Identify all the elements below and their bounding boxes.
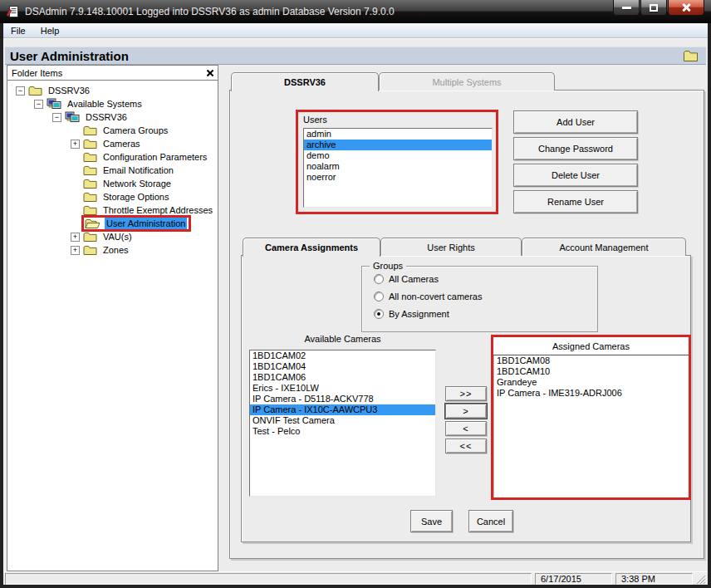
tree-item-user-administration[interactable]: User Administration bbox=[7, 217, 218, 230]
tree-item-dssrv36[interactable]: −DSSRV36 bbox=[7, 84, 218, 97]
move-left-button[interactable]: < bbox=[445, 421, 487, 436]
list-item-1bd1cam02[interactable]: 1BD1CAM02 bbox=[250, 350, 435, 361]
minimize-icon bbox=[622, 7, 631, 9]
collapse-icon[interactable]: − bbox=[34, 100, 43, 109]
tab-user-rights[interactable]: User Rights bbox=[380, 238, 522, 256]
tree-item-camera-groups[interactable]: Camera Groups bbox=[7, 124, 218, 137]
radio-option-label: All non-covert cameras bbox=[389, 292, 483, 301]
folder-panel-title: Folder Items bbox=[12, 68, 206, 78]
assigned-cameras-label: Assigned Cameras bbox=[493, 337, 689, 355]
close-button[interactable] bbox=[668, 0, 704, 16]
delete-user-button[interactable]: Delete User bbox=[513, 164, 638, 187]
collapse-icon[interactable]: − bbox=[52, 113, 61, 122]
list-item-noerror[interactable]: noerror bbox=[304, 172, 492, 183]
list-item-1bd1cam08[interactable]: 1BD1CAM08 bbox=[494, 355, 689, 366]
page-header: User Administration bbox=[5, 47, 706, 65]
title-bar: DSAdmin 7.9.148.10001 Logged into DSSRV3… bbox=[0, 0, 711, 23]
expand-icon[interactable]: + bbox=[71, 246, 80, 255]
system-tab-strip: DSSRV36Multiple Systems bbox=[231, 71, 555, 91]
list-item-onvif-test-camera[interactable]: ONVIF Test Camera bbox=[250, 415, 435, 426]
radio-option-label: By Assignment bbox=[389, 309, 449, 319]
move-all-right-button[interactable]: >> bbox=[445, 386, 487, 401]
save-button[interactable]: Save bbox=[410, 510, 453, 532]
list-item-erics-ixe10lw[interactable]: Erics - IXE10LW bbox=[250, 383, 435, 394]
folder-icon bbox=[83, 232, 97, 243]
tab-multiple-systems[interactable]: Multiple Systems bbox=[379, 72, 555, 91]
collapse-icon[interactable]: − bbox=[16, 86, 25, 96]
menu-item-file[interactable]: File bbox=[3, 25, 33, 37]
tree-item-email-notification[interactable]: Email Notification bbox=[7, 164, 218, 177]
folder-icon bbox=[83, 165, 97, 176]
tree-item-label: Throttle Exempt Addresses bbox=[101, 204, 214, 216]
tab-camera-assignments[interactable]: Camera Assignments bbox=[243, 238, 380, 257]
available-cameras-label: Available Cameras bbox=[249, 334, 436, 344]
tree-item-label: DSSRV36 bbox=[47, 85, 91, 96]
tree-item-label: Storage Options bbox=[101, 191, 171, 203]
available-cameras-listbox[interactable]: 1BD1CAM021BD1CAM041BD1CAM06Erics - IXE10… bbox=[249, 350, 436, 497]
list-item-archive[interactable]: archive bbox=[304, 140, 492, 150]
expand-icon[interactable]: + bbox=[71, 233, 80, 242]
panel-close-icon[interactable] bbox=[206, 69, 213, 76]
list-item-ip-camera-ix10c-aawcpu3[interactable]: IP Camera - IX10C-AAWCPU3 bbox=[250, 404, 435, 415]
tree-item-label: Cameras bbox=[101, 138, 142, 149]
tab-dssrv36[interactable]: DSSRV36 bbox=[231, 72, 379, 91]
users-label: Users bbox=[303, 115, 496, 125]
radio-option-all-non-covert-cameras[interactable]: All non-covert cameras bbox=[374, 291, 597, 301]
list-item-ip-camera-d5118-ackv778[interactable]: IP Camera - D5118-ACKV778 bbox=[250, 394, 435, 404]
move-right-button[interactable]: > bbox=[445, 404, 487, 419]
radio-icon bbox=[374, 309, 384, 319]
radio-option-all-cameras[interactable]: All Cameras bbox=[374, 273, 597, 284]
maximize-icon bbox=[650, 4, 658, 12]
window-title: DSAdmin 7.9.148.10001 Logged into DSSRV3… bbox=[25, 6, 395, 17]
users-group: Users adminarchivedemonoalarmnoerror bbox=[296, 110, 498, 214]
close-icon bbox=[681, 2, 691, 12]
assigned-cameras-listbox[interactable]: 1BD1CAM081BD1CAM10GrandeyeIP Camera - IM… bbox=[493, 355, 689, 497]
radio-icon bbox=[374, 274, 384, 284]
users-listbox[interactable]: adminarchivedemonoalarmnoerror bbox=[303, 128, 493, 208]
folder-icon bbox=[28, 86, 42, 96]
change-password-button[interactable]: Change Password bbox=[513, 137, 638, 160]
menu-bar: FileHelp bbox=[3, 23, 708, 38]
expand-icon[interactable]: + bbox=[71, 140, 80, 149]
list-item-noalarm[interactable]: noalarm bbox=[304, 161, 492, 172]
window-controls bbox=[612, 0, 704, 16]
list-item-1bd1cam10[interactable]: 1BD1CAM10 bbox=[494, 366, 689, 377]
folder-panel-header: Folder Items bbox=[7, 66, 218, 81]
tree-item-vau-s[interactable]: +VAU(s) bbox=[7, 230, 218, 243]
groups-label: Groups bbox=[370, 261, 406, 271]
tab-account-management[interactable]: Account Management bbox=[522, 238, 686, 256]
app-window: DSAdmin 7.9.148.10001 Logged into DSSRV3… bbox=[0, 0, 711, 588]
status-bar: 6/17/2015 3:38 PM bbox=[3, 571, 708, 585]
radio-option-by-assignment[interactable]: By Assignment bbox=[374, 308, 597, 319]
tree-item-available-systems[interactable]: −Available Systems bbox=[7, 97, 218, 110]
tree-item-storage-options[interactable]: Storage Options bbox=[7, 190, 218, 203]
assignment-tab-strip: Camera AssignmentsUser RightsAccount Man… bbox=[243, 237, 686, 256]
menu-item-help[interactable]: Help bbox=[33, 25, 67, 37]
list-item-1bd1cam04[interactable]: 1BD1CAM04 bbox=[250, 361, 435, 372]
tree-item-network-storage[interactable]: Network Storage bbox=[7, 177, 218, 190]
app-icon bbox=[5, 4, 20, 19]
resize-grip[interactable] bbox=[695, 573, 706, 584]
list-item-admin[interactable]: admin bbox=[304, 129, 492, 140]
tree-item-cameras[interactable]: +Cameras bbox=[7, 137, 218, 150]
tree-item-configuration-parameters[interactable]: Configuration Parameters bbox=[7, 150, 218, 164]
add-user-button[interactable]: Add User bbox=[513, 110, 638, 134]
tree-item-label: User Administration bbox=[105, 218, 187, 229]
minimize-button[interactable] bbox=[613, 0, 640, 16]
move-all-left-button[interactable]: << bbox=[445, 439, 487, 453]
list-item-ip-camera-ime319-adrj006[interactable]: IP Camera - IME319-ADRJ006 bbox=[494, 388, 689, 399]
folder-icon bbox=[83, 192, 97, 203]
selection-highlight-box: User Administration bbox=[81, 215, 191, 232]
list-item-grandeye[interactable]: Grandeye bbox=[494, 377, 689, 388]
rename-user-button[interactable]: Rename User bbox=[513, 190, 638, 213]
cancel-button[interactable]: Cancel bbox=[468, 510, 513, 532]
list-item-1bd1cam06[interactable]: 1BD1CAM06 bbox=[250, 372, 435, 383]
folder-open-icon bbox=[85, 218, 101, 229]
maximize-button[interactable] bbox=[640, 0, 667, 16]
list-item-demo[interactable]: demo bbox=[304, 150, 492, 161]
tree-item-dssrv36[interactable]: −DSSRV36 bbox=[7, 110, 218, 124]
list-item-test-pelco[interactable]: Test - Pelco bbox=[250, 426, 435, 437]
tree-item-zones[interactable]: +Zones bbox=[7, 243, 218, 257]
folder-icon bbox=[83, 205, 97, 216]
groups-options: All CamerasAll non-covert camerasBy Assi… bbox=[362, 273, 597, 319]
